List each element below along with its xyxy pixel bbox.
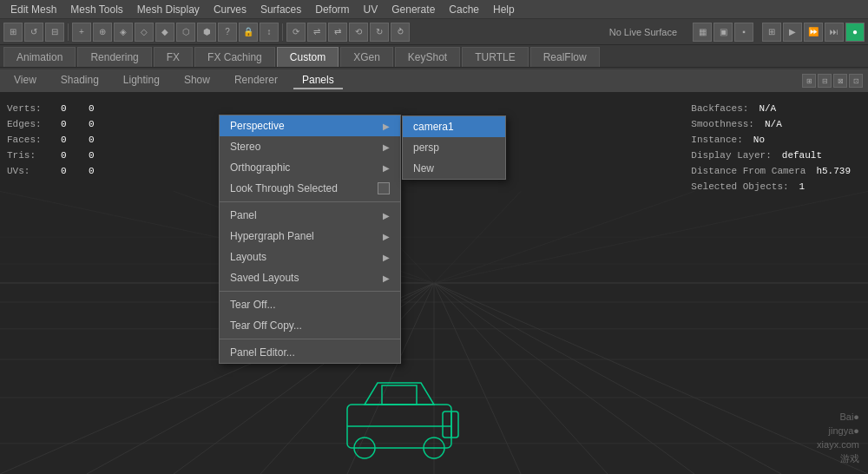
toolbar-btn-9[interactable]: ⬡ xyxy=(176,23,195,42)
toolbar-btn-14[interactable]: ⟳ xyxy=(286,23,306,42)
uvs-val1: 0 xyxy=(61,163,78,179)
panels-menu-item-orthographic[interactable]: Orthographic ▶ xyxy=(220,157,400,178)
no-live-surface-label: No Live Surface xyxy=(609,27,677,37)
tab-custom[interactable]: Custom xyxy=(277,47,339,67)
tab-animation[interactable]: Animation xyxy=(3,47,76,67)
edges-val1: 0 xyxy=(61,116,78,132)
vp-menu-lighting[interactable]: Lighting xyxy=(115,72,168,89)
toolbar-btn-10[interactable]: ⬢ xyxy=(197,23,216,42)
tris-label: Tris: xyxy=(7,148,50,163)
menu-help[interactable]: Help xyxy=(486,2,522,17)
menu-cache[interactable]: Cache xyxy=(442,2,486,17)
submenu-item-persp[interactable]: persp xyxy=(403,137,505,158)
toolbar-anim-btn-5[interactable]: ● xyxy=(845,23,865,42)
toolbar-anim-btn-3[interactable]: ⏩ xyxy=(804,23,823,42)
toolbar-anim-btn-1[interactable]: ⊞ xyxy=(762,23,781,42)
toolbar-sep-2 xyxy=(282,23,283,41)
watermark: Bai● jingya● xiayx.com 游戏 xyxy=(817,410,859,465)
tab-fx[interactable]: FX xyxy=(154,47,193,67)
menu-deform[interactable]: Deform xyxy=(308,2,356,17)
toolbar-btn-13[interactable]: ↕ xyxy=(260,23,279,42)
look-through-checkbox[interactable] xyxy=(378,182,390,194)
chevron-right-icon-5: ▶ xyxy=(383,232,390,241)
toolbar-btn-17[interactable]: ⟲ xyxy=(349,23,368,42)
vp-menu-shading[interactable]: Shading xyxy=(52,72,108,89)
tris-val1: 0 xyxy=(61,148,78,163)
tab-fx-caching[interactable]: FX Caching xyxy=(194,47,275,67)
verts-val2: 0 xyxy=(89,101,106,116)
toolbar-btn-4[interactable]: + xyxy=(72,23,91,42)
smoothness-label: Smoothness: xyxy=(691,116,754,132)
toolbar-render-btn-3[interactable]: ▪ xyxy=(734,23,753,42)
submenu-item-camera1[interactable]: camera1 xyxy=(403,116,505,137)
vp-icon-layout-4[interactable]: ⊡ xyxy=(849,74,863,88)
toolbar-btn-8[interactable]: ◆ xyxy=(155,23,174,42)
panels-menu-item-saved-layouts[interactable]: Saved Layouts ▶ xyxy=(220,267,400,288)
panels-menu-item-stereo[interactable]: Stereo ▶ xyxy=(220,136,400,157)
tab-realflow[interactable]: RealFlow xyxy=(530,47,600,67)
toolbar-btn-19[interactable]: ⥁ xyxy=(391,23,410,42)
instance-label: Instance: xyxy=(691,132,742,148)
watermark-line3: xiayx.com xyxy=(817,438,859,451)
tab-turtle[interactable]: TURTLE xyxy=(462,47,528,67)
watermark-line2: jingya● xyxy=(817,424,859,438)
toolbar-btn-7[interactable]: ◇ xyxy=(135,23,154,42)
menu-edit-mesh[interactable]: Edit Mesh xyxy=(3,2,63,17)
panels-menu-item-perspective[interactable]: Perspective ▶ camera1 persp New xyxy=(220,115,400,136)
vp-icon-layout-2[interactable]: ⊟ xyxy=(818,74,832,88)
toolbar-btn-11[interactable]: ? xyxy=(218,23,237,42)
vp-menu-renderer[interactable]: Renderer xyxy=(226,72,286,89)
vp-menu-view[interactable]: View xyxy=(5,72,45,89)
right-info-panel: Backfaces: N/A Smoothness: N/A Instance:… xyxy=(691,101,851,194)
menu-mesh-tools[interactable]: Mesh Tools xyxy=(63,2,129,17)
menu-mesh-display[interactable]: Mesh Display xyxy=(130,2,207,17)
panels-menu-item-look-through[interactable]: Look Through Selected xyxy=(220,178,400,199)
toolbar-btn-12[interactable]: 🔒 xyxy=(239,23,258,42)
panels-dropdown-menu: Perspective ▶ camera1 persp New Stereo ▶… xyxy=(219,115,401,364)
panels-menu-item-panel-editor[interactable]: Panel Editor... xyxy=(220,342,400,363)
top-menubar: Edit Mesh Mesh Tools Mesh Display Curves… xyxy=(0,0,868,19)
menu-generate[interactable]: Generate xyxy=(385,2,442,17)
panels-menu-item-tear-off[interactable]: Tear Off... xyxy=(220,294,400,315)
menu-surfaces[interactable]: Surfaces xyxy=(253,2,308,17)
vp-menu-show[interactable]: Show xyxy=(175,72,219,89)
vp-menu-panels[interactable]: Panels xyxy=(293,72,343,89)
toolbar-btn-18[interactable]: ↻ xyxy=(370,23,389,42)
tab-rendering[interactable]: Rendering xyxy=(77,47,151,67)
toolbar-btn-15[interactable]: ⇌ xyxy=(307,23,326,42)
dropdown-sep-3 xyxy=(220,339,400,339)
watermark-line4: 游戏 xyxy=(817,451,859,465)
faces-val1: 0 xyxy=(61,132,78,148)
panels-menu-item-tear-off-copy[interactable]: Tear Off Copy... xyxy=(220,315,400,336)
panels-menu-item-layouts[interactable]: Layouts ▶ xyxy=(220,247,400,267)
menu-curves[interactable]: Curves xyxy=(207,2,253,17)
toolbar-btn-1[interactable]: ⊞ xyxy=(3,23,23,42)
chevron-right-icon-3: ▶ xyxy=(383,163,390,173)
toolbar-render-btn-1[interactable]: ▦ xyxy=(693,23,712,42)
display-layer-label: Display Layer: xyxy=(691,148,771,163)
dropdown-sep-2 xyxy=(220,291,400,292)
verts-val1: 0 xyxy=(61,101,78,116)
menu-uv[interactable]: UV xyxy=(357,2,385,17)
submenu-item-new[interactable]: New xyxy=(403,158,505,179)
backfaces-val: N/A xyxy=(759,101,776,116)
toolbar-btn-5[interactable]: ⊕ xyxy=(93,23,112,42)
toolbar-btn-6[interactable]: ◈ xyxy=(114,23,133,42)
toolbar-btn-16[interactable]: ⇄ xyxy=(328,23,347,42)
tab-xgen[interactable]: XGen xyxy=(340,47,393,67)
vp-icon-layout-3[interactable]: ⊠ xyxy=(833,74,847,88)
selected-val: 1 xyxy=(799,179,817,194)
toolbar-btn-2[interactable]: ↺ xyxy=(24,23,43,42)
toolbar-render-btn-2[interactable]: ▣ xyxy=(713,23,733,42)
tab-keyshot[interactable]: KeyShot xyxy=(395,47,460,67)
toolbar: ⊞ ↺ ⊟ + ⊕ ◈ ◇ ◆ ⬡ ⬢ ? 🔒 ↕ ⟳ ⇌ ⇄ ⟲ ↻ ⥁ No… xyxy=(0,19,868,45)
panels-menu-item-panel[interactable]: Panel ▶ xyxy=(220,205,400,226)
vp-icon-layout-1[interactable]: ⊞ xyxy=(802,74,816,88)
toolbar-anim-btn-2[interactable]: ▶ xyxy=(783,23,802,42)
faces-label: Faces: xyxy=(7,132,50,148)
toolbar-anim-btn-4[interactable]: ⏭ xyxy=(825,23,844,42)
panels-menu-item-hypergraph[interactable]: Hypergraph Panel ▶ xyxy=(220,226,400,247)
edges-label: Edges: xyxy=(7,116,50,132)
toolbar-btn-3[interactable]: ⊟ xyxy=(45,23,64,42)
chevron-right-icon-4: ▶ xyxy=(383,211,390,221)
